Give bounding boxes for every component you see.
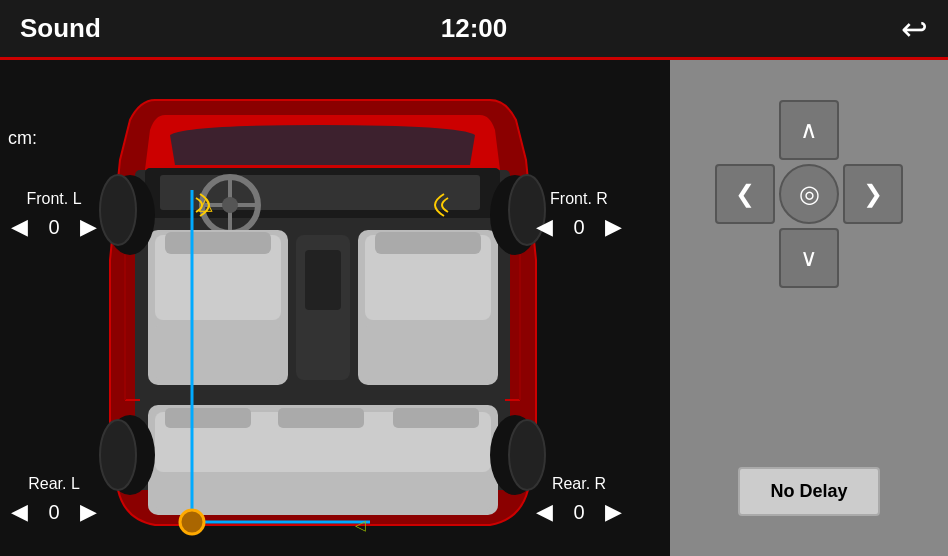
- svg-rect-20: [155, 475, 491, 510]
- dpad-empty-br: [843, 228, 903, 288]
- car-view-panel: ◁ ◁: [0, 60, 670, 556]
- unit-label: cm:: [8, 128, 37, 149]
- main-content: ◁ ◁: [0, 60, 948, 556]
- no-delay-button[interactable]: No Delay: [738, 467, 879, 516]
- svg-rect-14: [365, 325, 491, 380]
- svg-point-39: [100, 175, 136, 245]
- svg-point-26: [180, 510, 204, 534]
- svg-rect-15: [375, 232, 481, 254]
- control-panel: ∧ ❮ ◎ ❯ ∨ No Delay: [670, 60, 948, 556]
- front-left-increase[interactable]: ▶: [74, 212, 103, 242]
- front-right-control: Front. R ◀ 0 ▶: [530, 190, 628, 242]
- svg-rect-22: [278, 408, 364, 428]
- front-left-label: Front. L: [26, 190, 81, 208]
- front-right-decrease[interactable]: ◀: [530, 212, 559, 242]
- svg-rect-17: [305, 250, 341, 310]
- dpad-empty-tr: [843, 100, 903, 160]
- dpad-center-button[interactable]: ◎: [779, 164, 839, 224]
- rear-right-decrease[interactable]: ◀: [530, 497, 559, 527]
- rear-left-control: Rear. L ◀ 0 ▶: [5, 475, 103, 527]
- rear-left-decrease[interactable]: ◀: [5, 497, 34, 527]
- svg-point-41: [100, 420, 136, 490]
- front-left-decrease[interactable]: ◀: [5, 212, 34, 242]
- front-right-value: 0: [567, 216, 591, 239]
- svg-rect-23: [393, 408, 479, 428]
- dpad-right-button[interactable]: ❯: [843, 164, 903, 224]
- front-right-increase[interactable]: ▶: [599, 212, 628, 242]
- rear-left-increase[interactable]: ▶: [74, 497, 103, 527]
- rear-right-control: Rear. R ◀ 0 ▶: [530, 475, 628, 527]
- svg-rect-11: [165, 232, 271, 254]
- rear-right-value: 0: [567, 501, 591, 524]
- dpad-empty-bl: [715, 228, 775, 288]
- clock: 12:00: [441, 13, 508, 44]
- svg-rect-21: [165, 408, 251, 428]
- rear-right-increase[interactable]: ▶: [599, 497, 628, 527]
- front-right-label: Front. R: [550, 190, 608, 208]
- dpad: ∧ ❮ ◎ ❯ ∨: [715, 100, 903, 288]
- front-left-value: 0: [42, 216, 66, 239]
- dpad-left-button[interactable]: ❮: [715, 164, 775, 224]
- dpad-up-button[interactable]: ∧: [779, 100, 839, 160]
- rear-left-value: 0: [42, 501, 66, 524]
- svg-point-7: [222, 197, 238, 213]
- front-left-control: Front. L ◀ 0 ▶: [5, 190, 103, 242]
- dpad-down-button[interactable]: ∨: [779, 228, 839, 288]
- svg-rect-10: [155, 325, 281, 380]
- rear-right-label: Rear. R: [552, 475, 606, 493]
- svg-text:◁: ◁: [355, 517, 366, 533]
- header: Sound 12:00 ↩: [0, 0, 948, 60]
- rear-left-label: Rear. L: [28, 475, 80, 493]
- dpad-empty-tl: [715, 100, 775, 160]
- back-button[interactable]: ↩: [901, 13, 928, 45]
- page-title: Sound: [20, 13, 101, 44]
